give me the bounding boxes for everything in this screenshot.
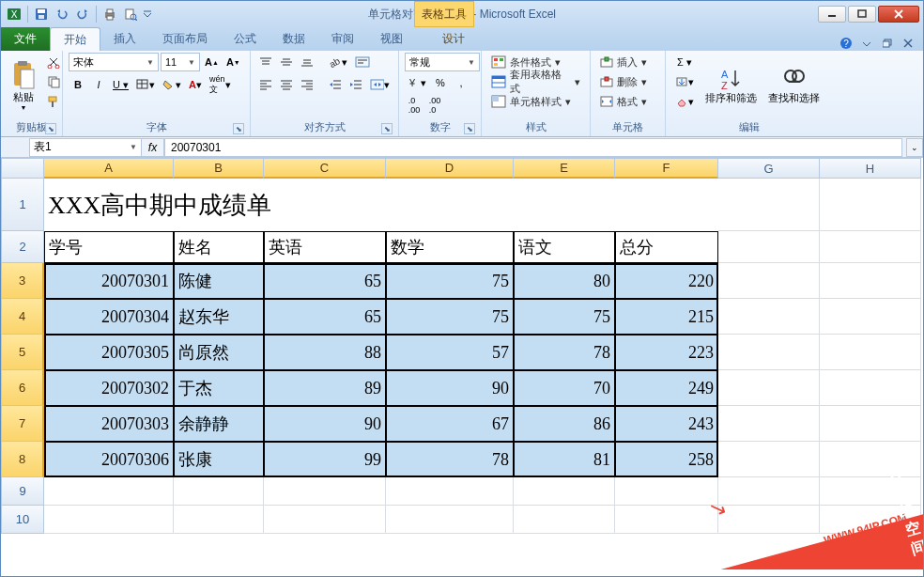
percent-icon[interactable]: % <box>431 73 450 92</box>
row-header-9[interactable]: 9 <box>1 477 44 506</box>
cell-F2[interactable]: 总分 <box>615 231 718 263</box>
cell-E5[interactable]: 78 <box>514 335 615 370</box>
cell-G9[interactable] <box>718 477 820 506</box>
increase-decimal-icon[interactable]: .0.00 <box>405 96 424 115</box>
cell-G2[interactable] <box>718 231 820 263</box>
cell-H1[interactable] <box>820 179 921 231</box>
number-format-combo[interactable]: 常规▼ <box>405 53 480 71</box>
cell-E9[interactable] <box>514 477 615 506</box>
col-header-D[interactable]: D <box>386 158 514 179</box>
sort-filter-button[interactable]: AZ 排序和筛选 <box>701 53 761 118</box>
decrease-font-icon[interactable]: A▼ <box>223 53 243 71</box>
decrease-decimal-icon[interactable]: .00.0 <box>425 96 444 115</box>
cell-A8[interactable]: 20070306 <box>44 442 174 477</box>
tab-data[interactable]: 数据 <box>270 27 318 51</box>
row-header-3[interactable]: 3 <box>1 263 44 299</box>
col-header-E[interactable]: E <box>514 158 615 179</box>
col-header-F[interactable]: F <box>615 158 718 179</box>
col-header-H[interactable]: H <box>820 158 921 179</box>
cell-B9[interactable] <box>174 477 264 506</box>
cell-G4[interactable] <box>718 299 820 335</box>
cell-F8[interactable]: 258 <box>615 442 718 477</box>
cell-styles-button[interactable]: 单元格样式 ▾ <box>487 92 584 111</box>
maximize-button[interactable] <box>848 6 876 23</box>
format-as-table-button[interactable]: 套用表格格式 ▾ <box>487 72 584 91</box>
cell-A4[interactable]: 20070304 <box>44 299 174 335</box>
cell-B5[interactable]: 尚原然 <box>174 335 264 370</box>
tab-review[interactable]: 审阅 <box>318 27 367 51</box>
bold-button[interactable]: B <box>69 75 87 94</box>
copy-icon[interactable] <box>44 72 63 91</box>
align-left-icon[interactable] <box>256 75 275 94</box>
orientation-icon[interactable]: ab▾ <box>326 53 350 71</box>
print-icon[interactable] <box>100 5 119 23</box>
cell-D9[interactable] <box>386 477 514 506</box>
cell-A3[interactable]: 20070301 <box>44 263 174 299</box>
cell-A6[interactable]: 20070302 <box>44 370 174 406</box>
cell-F7[interactable]: 243 <box>615 406 718 442</box>
cell-F10[interactable] <box>615 506 718 534</box>
cell-C7[interactable]: 90 <box>264 406 386 442</box>
fx-button[interactable]: fx <box>142 138 164 157</box>
undo-icon[interactable] <box>53 5 71 23</box>
cell-D6[interactable]: 90 <box>386 370 514 406</box>
cell-H8[interactable] <box>820 442 921 477</box>
cell-G6[interactable] <box>718 370 820 406</box>
minimize-ribbon-icon[interactable] <box>859 36 874 51</box>
tab-insert[interactable]: 插入 <box>100 27 149 51</box>
cell-E8[interactable]: 81 <box>514 442 615 477</box>
font-name-combo[interactable]: 宋体▼ <box>69 53 159 71</box>
align-center-icon[interactable] <box>277 75 296 94</box>
cell-C10[interactable] <box>264 506 386 534</box>
merge-center-icon[interactable]: ▾ <box>367 75 393 94</box>
cell-C2[interactable]: 英语 <box>264 231 386 263</box>
cell-A1[interactable]: XXX高中期中成绩单 <box>44 179 718 231</box>
tab-formulas[interactable]: 公式 <box>221 27 270 51</box>
cell-G3[interactable] <box>718 263 820 299</box>
number-launcher[interactable]: ⬊ <box>464 123 475 134</box>
cell-A5[interactable]: 20070305 <box>44 335 174 370</box>
cell-H7[interactable] <box>820 406 921 442</box>
accounting-format-icon[interactable]: ¥▾ <box>405 73 429 92</box>
cell-C3[interactable]: 65 <box>264 263 386 299</box>
cell-E4[interactable]: 75 <box>514 299 615 335</box>
print-preview-icon[interactable] <box>121 5 140 23</box>
help-icon[interactable]: ? <box>839 36 854 51</box>
cell-G10[interactable] <box>718 506 820 534</box>
align-bottom-icon[interactable] <box>298 53 316 71</box>
cell-B2[interactable]: 姓名 <box>174 231 264 263</box>
select-all-corner[interactable] <box>1 158 44 179</box>
cell-A2[interactable]: 学号 <box>44 231 174 263</box>
cell-B6[interactable]: 于杰 <box>174 370 264 406</box>
row-header-8[interactable]: 8 <box>1 442 44 477</box>
increase-indent-icon[interactable] <box>346 75 365 94</box>
align-right-icon[interactable] <box>298 75 316 94</box>
cell-D8[interactable]: 78 <box>386 442 514 477</box>
cell-E2[interactable]: 语文 <box>514 231 615 263</box>
cell-G5[interactable] <box>718 335 820 370</box>
cell-H10[interactable] <box>820 506 921 534</box>
alignment-launcher[interactable]: ⬊ <box>381 123 393 134</box>
row-header-10[interactable]: 10 <box>1 506 44 534</box>
formula-bar[interactable]: 20070301 <box>164 138 902 157</box>
align-top-icon[interactable] <box>256 53 275 71</box>
row-header-6[interactable]: 6 <box>1 370 44 406</box>
cell-F6[interactable]: 249 <box>615 370 718 406</box>
cell-A10[interactable] <box>44 506 174 534</box>
spreadsheet-grid[interactable]: ABCDEFGH 12345678910 XXX高中期中成绩单学号姓名英语数学语… <box>1 158 923 569</box>
cell-D2[interactable]: 数学 <box>386 231 514 263</box>
italic-button[interactable]: I <box>89 75 108 94</box>
cell-B7[interactable]: 余静静 <box>174 406 264 442</box>
col-header-C[interactable]: C <box>264 158 386 179</box>
font-color-button[interactable]: A▾ <box>186 75 205 94</box>
cell-A7[interactable]: 20070303 <box>44 406 174 442</box>
row-header-5[interactable]: 5 <box>1 335 44 370</box>
wrap-text-icon[interactable] <box>352 53 373 71</box>
border-button[interactable]: ▾ <box>133 75 158 94</box>
cell-G1[interactable] <box>718 179 820 231</box>
cell-D3[interactable]: 75 <box>386 263 514 299</box>
col-header-A[interactable]: A <box>44 158 174 179</box>
font-launcher[interactable]: ⬊ <box>233 123 244 134</box>
decrease-indent-icon[interactable] <box>326 75 345 94</box>
cell-H2[interactable] <box>820 231 921 263</box>
